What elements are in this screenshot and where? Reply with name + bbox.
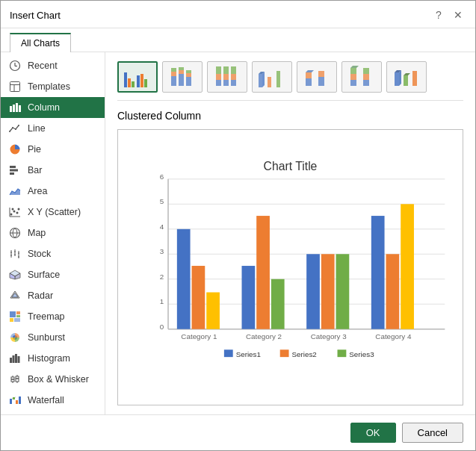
chart-thumb-3d-100-stacked-column[interactable] xyxy=(341,61,382,93)
tab-bar: All Charts xyxy=(1,28,475,52)
sidebar-item-map-label: Map xyxy=(28,228,46,238)
svg-point-12 xyxy=(15,128,16,130)
svg-rect-46 xyxy=(14,318,20,322)
chart-thumb-stacked-column[interactable] xyxy=(162,61,203,93)
box-icon xyxy=(8,373,22,386)
close-button[interactable]: ✕ xyxy=(450,7,466,23)
sidebar-item-column[interactable]: Column xyxy=(1,97,105,118)
svg-text:6: 6 xyxy=(160,172,164,181)
surface-icon xyxy=(8,268,22,282)
svg-rect-142 xyxy=(271,279,285,329)
chart-thumb-3d-clustered-column[interactable] xyxy=(252,61,292,93)
sidebar-item-box[interactable]: Box & Whisker xyxy=(1,369,105,390)
sidebar-item-pie[interactable]: Pie xyxy=(1,139,105,160)
stock-icon xyxy=(8,247,22,261)
sidebar: Recent Templates xyxy=(1,52,105,414)
sidebar-item-scatter[interactable]: X Y (Scatter) xyxy=(1,202,105,223)
svg-rect-79 xyxy=(171,76,176,86)
svg-rect-62 xyxy=(16,400,18,404)
svg-rect-144 xyxy=(306,254,320,329)
svg-rect-140 xyxy=(242,266,256,329)
chart-thumb-3d-column[interactable] xyxy=(386,61,427,93)
insert-chart-dialog: Insert Chart ? ✕ All Charts xyxy=(0,0,476,451)
chart-thumb-3d-stacked-column[interactable] xyxy=(297,61,337,93)
cancel-button[interactable]: Cancel xyxy=(402,423,463,443)
svg-rect-88 xyxy=(216,80,221,86)
sidebar-item-area[interactable]: Area xyxy=(1,181,105,202)
svg-rect-87 xyxy=(186,70,191,73)
svg-text:5: 5 xyxy=(160,197,164,205)
svg-point-13 xyxy=(18,125,19,126)
area-icon xyxy=(8,184,22,198)
sidebar-item-scatter-label: X Y (Scatter) xyxy=(28,207,81,217)
svg-rect-78 xyxy=(144,79,147,87)
scatter-icon xyxy=(8,205,22,219)
svg-rect-7 xyxy=(13,105,15,112)
sidebar-item-pie-label: Pie xyxy=(28,144,41,155)
sidebar-item-stock-label: Stock xyxy=(28,249,51,259)
sunburst-icon xyxy=(8,331,22,344)
sidebar-item-line-label: Line xyxy=(28,123,46,134)
svg-rect-95 xyxy=(231,74,236,80)
svg-rect-93 xyxy=(223,66,229,74)
svg-rect-141 xyxy=(256,216,270,329)
sidebar-item-box-label: Box & Whisker xyxy=(28,374,89,385)
sidebar-item-bar-label: Bar xyxy=(28,165,42,175)
svg-rect-8 xyxy=(16,103,18,112)
svg-point-22 xyxy=(18,208,20,211)
sidebar-item-recent-label: Recent xyxy=(28,60,58,71)
svg-rect-108 xyxy=(350,74,356,80)
tab-all-charts[interactable]: All Charts xyxy=(10,33,71,52)
svg-rect-114 xyxy=(395,72,399,86)
svg-point-18 xyxy=(10,214,13,216)
help-button[interactable]: ? xyxy=(430,7,447,23)
svg-text:Category 4: Category 4 xyxy=(375,333,412,341)
sidebar-item-waterfall[interactable]: Waterfall xyxy=(1,390,105,411)
svg-rect-113 xyxy=(363,68,369,74)
template-icon xyxy=(8,80,22,93)
svg-rect-137 xyxy=(192,266,205,329)
content-area: Recent Templates xyxy=(1,52,475,414)
chart-thumb-100-stacked-column[interactable] xyxy=(207,61,247,93)
svg-rect-61 xyxy=(13,397,15,399)
sidebar-item-treemap[interactable]: Treemap xyxy=(1,306,105,327)
sidebar-item-map[interactable]: Map xyxy=(1,223,105,243)
svg-rect-109 xyxy=(350,68,356,74)
sidebar-item-surface-label: Surface xyxy=(28,270,60,280)
svg-text:1: 1 xyxy=(160,297,164,305)
svg-text:Series2: Series2 xyxy=(291,350,316,358)
svg-rect-77 xyxy=(140,74,143,87)
svg-rect-43 xyxy=(16,311,20,314)
sidebar-item-surface[interactable]: Surface xyxy=(1,264,105,285)
sidebar-item-sunburst[interactable]: Sunburst xyxy=(1,327,105,348)
ok-button[interactable]: OK xyxy=(350,423,396,443)
sidebar-item-histogram-label: Histogram xyxy=(28,353,70,364)
svg-rect-119 xyxy=(412,71,417,86)
svg-rect-49 xyxy=(13,355,15,363)
svg-rect-156 xyxy=(338,349,347,357)
svg-rect-51 xyxy=(18,356,20,363)
sidebar-item-bar[interactable]: Bar xyxy=(1,160,105,181)
svg-rect-138 xyxy=(206,292,220,329)
sidebar-item-histogram[interactable]: Histogram xyxy=(1,348,105,369)
sidebar-item-stock[interactable]: Stock xyxy=(1,243,105,264)
svg-rect-44 xyxy=(16,315,20,317)
sidebar-item-line[interactable]: Line xyxy=(1,118,105,139)
svg-rect-80 xyxy=(171,72,176,76)
svg-text:Category 2: Category 2 xyxy=(246,333,282,341)
svg-rect-148 xyxy=(371,216,385,329)
sidebar-item-recent[interactable]: Recent xyxy=(1,55,105,76)
svg-rect-3 xyxy=(10,82,20,92)
svg-rect-150 xyxy=(401,204,414,329)
svg-rect-90 xyxy=(216,66,221,74)
sidebar-item-radar[interactable]: Radar xyxy=(1,285,105,306)
svg-rect-146 xyxy=(336,254,350,329)
svg-rect-111 xyxy=(363,80,369,86)
svg-rect-15 xyxy=(10,169,18,172)
treemap-icon xyxy=(8,310,22,323)
chart-thumb-clustered-column[interactable] xyxy=(117,61,158,93)
svg-rect-85 xyxy=(186,77,191,86)
svg-rect-48 xyxy=(10,358,12,363)
svg-rect-84 xyxy=(179,67,184,70)
sidebar-item-templates[interactable]: Templates xyxy=(1,76,105,97)
